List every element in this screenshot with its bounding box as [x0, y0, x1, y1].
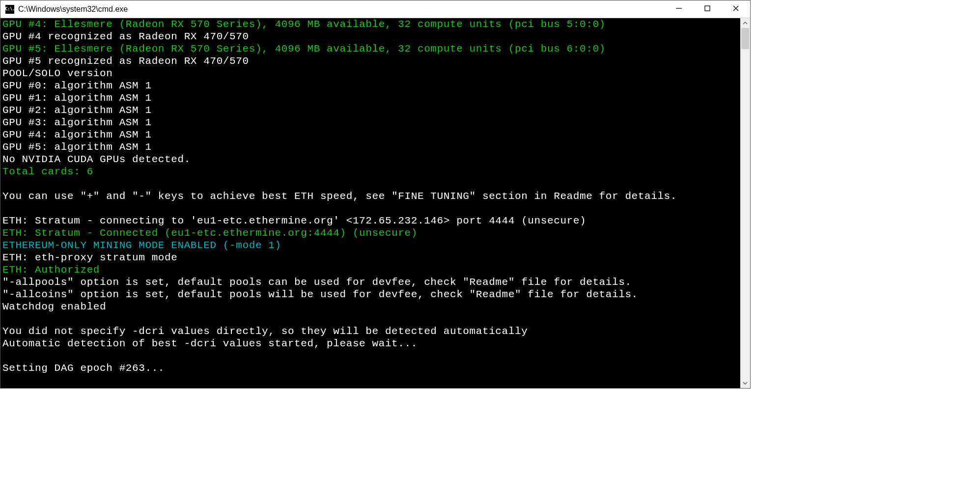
svg-rect-1	[705, 6, 710, 11]
close-button[interactable]	[722, 0, 750, 18]
console-line: GPU #5: Ellesmere (Radeon RX 570 Series)…	[2, 43, 740, 55]
console-line: ETH: Stratum - connecting to 'eu1-etc.et…	[2, 215, 740, 227]
console-line: GPU #3: algorithm ASM 1	[2, 116, 740, 129]
console-line: GPU #2: algorithm ASM 1	[2, 104, 740, 116]
client-area: GPU #4: Ellesmere (Radeon RX 570 Series)…	[0, 18, 750, 388]
titlebar[interactable]: C:\. C:\Windows\system32\cmd.exe	[0, 0, 750, 18]
console-line	[2, 178, 740, 190]
cmd-window: C:\. C:\Windows\system32\cmd.exe GPU #4:…	[0, 0, 751, 389]
scrollbar-thumb[interactable]	[741, 28, 749, 49]
console-line: Watchdog enabled	[2, 301, 740, 313]
scrollbar-track[interactable]	[740, 28, 750, 378]
console-line: You did not specify -dcri values directl…	[2, 325, 740, 337]
console-line: GPU #5: algorithm ASM 1	[2, 141, 740, 153]
scroll-up-button[interactable]	[740, 18, 750, 28]
chevron-up-icon	[743, 19, 748, 28]
maximize-button[interactable]	[693, 0, 722, 18]
console-line: ETH: Authorized	[2, 264, 740, 276]
console-line: Automatic detection of best -dcri values…	[2, 337, 740, 350]
console-line: "-allcoins" option is set, default pools…	[2, 288, 740, 301]
console-line: Setting DAG epoch #263...	[2, 362, 740, 374]
cmd-icon: C:\.	[5, 5, 14, 14]
console-output[interactable]: GPU #4: Ellesmere (Radeon RX 570 Series)…	[0, 18, 740, 388]
console-line: GPU #4 recognized as Radeon RX 470/570	[2, 30, 740, 43]
console-line: GPU #4: algorithm ASM 1	[2, 129, 740, 141]
minimize-button[interactable]	[665, 0, 693, 18]
console-line: ETHEREUM-ONLY MINING MODE ENABLED (-mode…	[2, 239, 740, 252]
console-line: No NVIDIA CUDA GPUs detected.	[2, 153, 740, 166]
scroll-down-button[interactable]	[740, 378, 750, 388]
close-icon	[732, 5, 739, 14]
console-line	[2, 313, 740, 325]
console-line: GPU #1: algorithm ASM 1	[2, 92, 740, 104]
console-line: ETH: Stratum - Connected (eu1-etc.etherm…	[2, 227, 740, 239]
console-line: ETH: eth-proxy stratum mode	[2, 252, 740, 264]
maximize-icon	[704, 5, 711, 14]
console-line	[2, 202, 740, 215]
console-line: Total cards: 6	[2, 166, 740, 178]
window-title: C:\Windows\system32\cmd.exe	[18, 5, 128, 14]
console-line: "-allpools" option is set, default pools…	[2, 276, 740, 288]
console-line: POOL/SOLO version	[2, 67, 740, 80]
console-line: GPU #0: algorithm ASM 1	[2, 80, 740, 92]
minimize-icon	[675, 5, 682, 14]
vertical-scrollbar[interactable]	[740, 18, 750, 388]
console-line: GPU #4: Ellesmere (Radeon RX 570 Series)…	[2, 18, 740, 30]
console-line	[2, 350, 740, 362]
console-line: You can use "+" and "-" keys to achieve …	[2, 190, 740, 202]
chevron-down-icon	[743, 379, 748, 388]
console-line: GPU #5 recognized as Radeon RX 470/570	[2, 55, 740, 67]
